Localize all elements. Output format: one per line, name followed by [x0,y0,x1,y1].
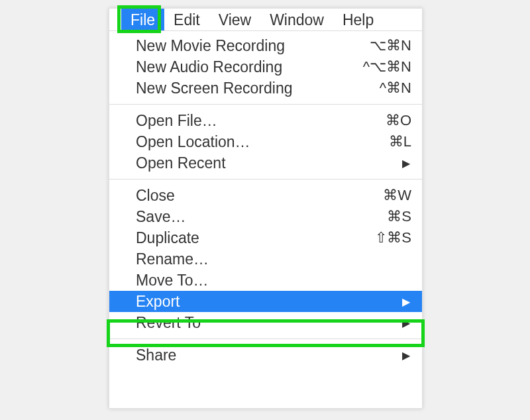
menu-item-label: New Movie Recording [136,37,370,55]
menubar: File Edit View Window Help [109,9,422,31]
menubar-item-view[interactable]: View [209,9,260,30]
menu-item-new-screen-recording[interactable]: New Screen Recording ^⌘N [109,78,422,99]
menubar-item-file[interactable]: File [121,9,164,30]
menu-item-label: Close [136,187,383,205]
menu-separator [109,179,422,180]
menu-item-open-location[interactable]: Open Location… ⌘L [109,131,422,152]
menu-window: File Edit View Window Help New Movie Rec… [109,8,423,409]
menu-item-label: Open Location… [136,133,389,151]
menu-item-label: New Screen Recording [136,79,380,97]
file-dropdown: New Movie Recording ⌥⌘N New Audio Record… [109,31,422,366]
menubar-label: Edit [174,11,200,29]
menu-item-revert-to[interactable]: Revert To ▶ [109,312,422,333]
submenu-arrow-icon: ▶ [402,317,410,329]
menu-item-shortcut: ⌘W [383,187,411,204]
submenu-arrow-icon: ▶ [402,157,410,170]
menu-item-label: Save… [136,208,387,226]
menubar-label: View [219,11,251,29]
menubar-item-window[interactable]: Window [260,9,333,30]
menubar-label: Help [343,11,374,29]
menu-item-shortcut: ⇧⌘S [375,229,411,246]
menu-separator [109,104,422,105]
menu-item-label: Open Recent [136,154,402,172]
menu-item-label: Export [136,293,402,311]
menu-item-shortcut: ^⌥⌘N [363,58,411,76]
menu-item-share[interactable]: Share ▶ [109,344,422,366]
submenu-arrow-icon: ▶ [402,349,410,362]
menu-item-label: Duplicate [136,229,375,247]
menu-separator [109,339,422,339]
menubar-padding [109,9,121,30]
menu-item-rename[interactable]: Rename… [109,248,422,270]
menu-item-new-audio-recording[interactable]: New Audio Recording ^⌥⌘N [109,56,422,78]
menu-item-save[interactable]: Save… ⌘S [109,206,422,227]
menu-item-label: Revert To [136,314,402,332]
submenu-arrow-icon: ▶ [402,295,410,308]
menu-item-shortcut: ⌘O [386,112,411,129]
menu-item-shortcut: ^⌘N [380,79,411,97]
menubar-item-help[interactable]: Help [333,9,383,30]
menubar-label: File [131,11,155,29]
menu-item-close[interactable]: Close ⌘W [109,185,422,206]
menu-item-label: Move To… [136,272,411,289]
menu-item-open-recent[interactable]: Open Recent ▶ [109,152,422,174]
menu-item-export[interactable]: Export ▶ [109,291,422,312]
menu-item-new-movie-recording[interactable]: New Movie Recording ⌥⌘N [109,35,422,56]
menubar-item-edit[interactable]: Edit [164,9,209,30]
menubar-label: Window [270,11,324,29]
menu-item-open-file[interactable]: Open File… ⌘O [109,110,422,131]
menu-item-shortcut: ⌘L [389,133,411,150]
menu-item-move-to[interactable]: Move To… [109,270,422,291]
menu-item-label: Open File… [136,112,386,130]
menu-item-shortcut: ⌘S [387,208,411,225]
menu-item-duplicate[interactable]: Duplicate ⇧⌘S [109,227,422,248]
menu-item-label: Rename… [136,250,411,268]
menu-item-label: New Audio Recording [136,58,363,76]
menu-item-label: Share [136,346,402,364]
menu-item-shortcut: ⌥⌘N [370,37,411,54]
